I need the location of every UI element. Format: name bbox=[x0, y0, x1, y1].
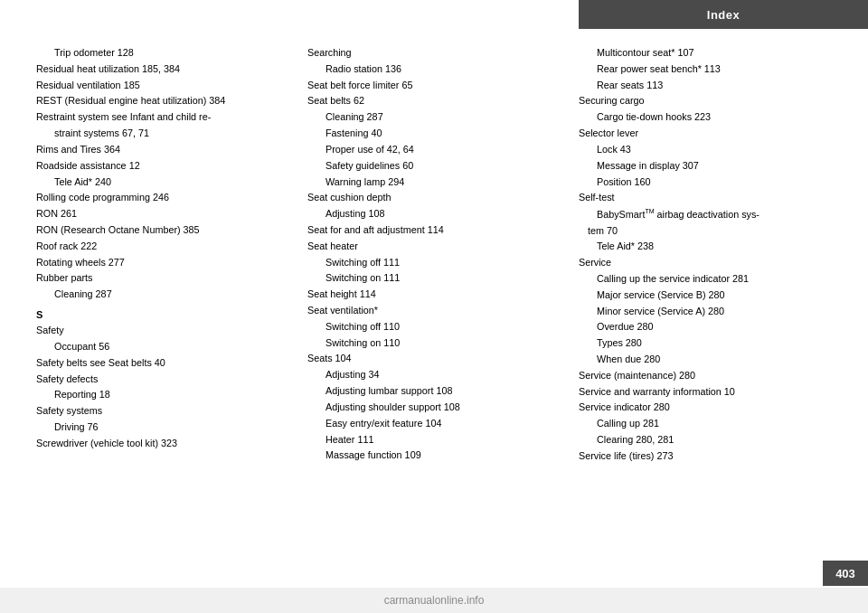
list-item: Warning lamp 294 bbox=[307, 174, 561, 191]
list-item: Seat belt force limiter 65 bbox=[307, 78, 561, 94]
list-item: Heater 111 bbox=[307, 432, 561, 448]
watermark-bar: carmanualonline.info bbox=[0, 588, 868, 613]
list-item: RON 261 bbox=[36, 206, 289, 222]
list-item: Calling up 281 bbox=[579, 416, 832, 432]
list-item: Service life (tires) 273 bbox=[579, 448, 832, 465]
list-item: Adjusting shoulder support 108 bbox=[307, 400, 561, 416]
list-item: Massage function 109 bbox=[307, 448, 561, 464]
list-item: Seat belts 62 bbox=[307, 93, 561, 109]
list-item: Overdue 280 bbox=[579, 319, 832, 335]
header-bar: Index bbox=[579, 0, 868, 29]
list-item: Seat cushion depth bbox=[307, 190, 561, 206]
list-item: Occupant 56 bbox=[36, 339, 289, 355]
list-item: Adjusting lumbar support 108 bbox=[307, 383, 561, 400]
list-item: Residual heat utilization 185, 384 bbox=[36, 61, 289, 78]
list-item: Types 280 bbox=[579, 335, 832, 352]
list-item: Roadside assistance 12 bbox=[36, 158, 289, 174]
list-item: Restraint system see Infant and child re… bbox=[36, 109, 289, 126]
list-item: Switching off 111 bbox=[307, 255, 561, 271]
column-right: Multicontour seat* 107Rear power seat be… bbox=[570, 45, 832, 559]
list-item: Switching on 110 bbox=[307, 335, 561, 352]
list-item: Rear power seat bench* 113 bbox=[579, 61, 832, 78]
content-area: Trip odometer 128Residual heat utilizati… bbox=[0, 45, 868, 559]
list-item: Reporting 18 bbox=[36, 387, 289, 403]
list-item: Cleaning 287 bbox=[307, 109, 561, 126]
list-item: Seat height 114 bbox=[307, 287, 561, 303]
list-item: Cargo tie-down hooks 223 bbox=[579, 109, 832, 126]
list-item: Safety systems bbox=[36, 403, 289, 420]
list-item: tem 70 bbox=[579, 223, 832, 240]
page-number-badge: 403 bbox=[823, 561, 868, 586]
list-item: Proper use of 42, 64 bbox=[307, 142, 561, 158]
list-item: Safety guidelines 60 bbox=[307, 158, 561, 174]
list-item: Self-test bbox=[579, 190, 832, 206]
list-item: Seat heater bbox=[307, 239, 561, 255]
list-item: REST (Residual engine heat utilization) … bbox=[36, 93, 289, 109]
list-item: Major service (Service B) 280 bbox=[579, 288, 832, 304]
column-left: Trip odometer 128Residual heat utilizati… bbox=[36, 45, 298, 559]
list-item: Tele Aid* 238 bbox=[579, 239, 832, 255]
page-container: Index Trip odometer 128Residual heat uti… bbox=[0, 0, 868, 613]
list-item: Rotating wheels 277 bbox=[36, 255, 289, 271]
list-item: Service bbox=[579, 255, 832, 271]
list-item: Service and warranty information 10 bbox=[579, 384, 832, 401]
list-item: Multicontour seat* 107 bbox=[579, 45, 832, 61]
list-item: Seat for and aft adjustment 114 bbox=[307, 222, 561, 239]
list-item: Rear seats 113 bbox=[579, 78, 832, 94]
list-item: Service (maintenance) 280 bbox=[579, 368, 832, 384]
header-title: Index bbox=[707, 8, 740, 22]
list-item: Fastening 40 bbox=[307, 126, 561, 142]
list-item: Seat ventilation* bbox=[307, 303, 561, 319]
list-item: Lock 43 bbox=[579, 142, 832, 158]
list-item: Rolling code programming 246 bbox=[36, 190, 289, 206]
list-item: Residual ventilation 185 bbox=[36, 78, 289, 94]
list-item: Service indicator 280 bbox=[579, 400, 832, 416]
list-item: RON (Research Octane Number) 385 bbox=[36, 222, 289, 239]
list-item: Rubber parts bbox=[36, 270, 289, 287]
list-item: Driving 76 bbox=[36, 420, 289, 436]
list-item: Calling up the service indicator 281 bbox=[579, 271, 832, 288]
list-item: BabySmartTM airbag deactivation sys- bbox=[579, 206, 832, 222]
list-item: Selector lever bbox=[579, 126, 832, 142]
list-item: Switching on 111 bbox=[307, 270, 561, 287]
list-item: Message in display 307 bbox=[579, 158, 832, 174]
list-item: Adjusting 108 bbox=[307, 206, 561, 222]
page-number: 403 bbox=[835, 567, 855, 580]
list-item: Tele Aid* 240 bbox=[36, 174, 289, 191]
list-item: Trip odometer 128 bbox=[36, 45, 289, 61]
list-item: Screwdriver (vehicle tool kit) 323 bbox=[36, 436, 289, 452]
list-item: Clearing 280, 281 bbox=[579, 432, 832, 448]
list-item: Switching off 110 bbox=[307, 319, 561, 335]
list-item: Roof rack 222 bbox=[36, 239, 289, 255]
list-item: straint systems 67, 71 bbox=[36, 126, 289, 142]
list-item: Safety defects bbox=[36, 372, 289, 388]
list-item: Searching bbox=[307, 45, 561, 61]
list-item: Position 160 bbox=[579, 174, 832, 191]
column-middle: SearchingRadio station 136Seat belt forc… bbox=[298, 45, 570, 559]
list-item: Radio station 136 bbox=[307, 61, 561, 78]
list-item: Safety belts see Seat belts 40 bbox=[36, 355, 289, 372]
list-item: Rims and Tires 364 bbox=[36, 142, 289, 158]
list-item: Adjusting 34 bbox=[307, 367, 561, 383]
list-item: Cleaning 287 bbox=[36, 287, 289, 303]
watermark-text: carmanualonline.info bbox=[384, 594, 485, 607]
list-item: When due 280 bbox=[579, 352, 832, 368]
list-item: Seats 104 bbox=[307, 351, 561, 367]
list-item: Easy entry/exit feature 104 bbox=[307, 416, 561, 432]
list-item: Minor service (Service A) 280 bbox=[579, 304, 832, 320]
list-item: Securing cargo bbox=[579, 93, 832, 109]
section-letter: S bbox=[36, 306, 289, 323]
list-item: Safety bbox=[36, 323, 289, 339]
